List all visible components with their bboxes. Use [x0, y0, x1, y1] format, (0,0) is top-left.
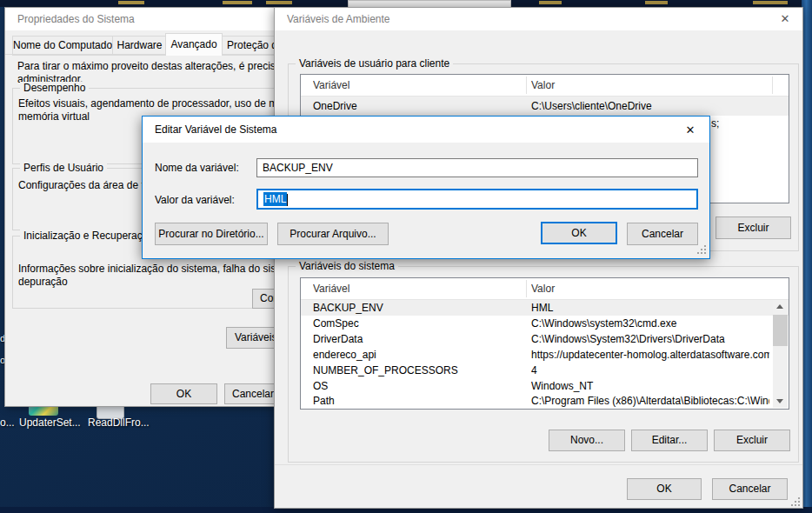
variable-value-cell[interactable]: https://updatecenter-homolog.alterdataso…	[531, 347, 769, 363]
column-header-variavel[interactable]: Variável	[313, 75, 522, 96]
selected-value-text: HML	[263, 192, 287, 206]
window-title: Variáveis de Ambiente	[287, 13, 390, 25]
column-divider[interactable]	[526, 280, 527, 297]
resize-grip[interactable]	[697, 245, 699, 247]
system-variables-table[interactable]: Variável Valor BACKUP_ENV HML ComSpec C:…	[300, 277, 789, 410]
variable-value-cell[interactable]: C:\Users\cliente\OneDrive	[531, 97, 769, 116]
background-text-smudge	[753, 1, 788, 4]
variable-name-cell[interactable]: DriverData	[313, 331, 522, 347]
table-row[interactable]: DriverData C:\Windows\System32\Drivers\D…	[301, 331, 789, 347]
scrollbar-down-button[interactable]	[773, 395, 788, 408]
variable-name-cell[interactable]: Path	[313, 394, 522, 409]
desktop-icon-label-fragment[interactable]: o...	[0, 416, 16, 429]
variable-name-cell[interactable]: ComSpec	[313, 316, 522, 331]
table-header[interactable]: Variável Valor	[301, 278, 789, 300]
tab-divider	[5, 54, 276, 55]
titlebar[interactable]: Propriedades do Sistema	[5, 8, 276, 30]
close-icon[interactable]: ✕	[680, 122, 701, 139]
ok-button[interactable]: OK	[150, 383, 217, 404]
column-divider[interactable]	[526, 77, 527, 94]
cancel-button[interactable]: Cancelar	[712, 478, 788, 500]
table-header[interactable]: Variável Valor	[301, 75, 789, 97]
desktop-icon-label-readdllfro[interactable]: ReadDllFro...	[88, 416, 156, 429]
column-divider[interactable]	[772, 77, 773, 94]
system-new-button[interactable]: Novo...	[549, 430, 625, 451]
tab-avancado[interactable]: Avançado	[165, 33, 223, 56]
window-title: Propriedades do Sistema	[17, 13, 135, 25]
startup-text-line2: depuração	[18, 276, 270, 288]
edit-system-variable-dialog: Editar Variável de Sistema ✕ Nome da var…	[142, 116, 710, 259]
variable-value-cell[interactable]: C:\Program Files (x86)\Alterdata\Bibliot…	[531, 394, 769, 409]
ok-button[interactable]: OK	[627, 478, 702, 500]
user-delete-button[interactable]: Excluir	[715, 217, 791, 239]
variable-name-label: Nome da variável:	[155, 162, 239, 174]
close-icon[interactable]: ✕	[775, 10, 795, 28]
background-text-smudge	[118, 1, 144, 4]
table-row[interactable]: NUMBER_OF_PROCESSORS 4	[301, 363, 789, 378]
variable-value-cell[interactable]: C:\Windows\System32\Drivers\DriverData	[531, 331, 769, 347]
intro-text-line1: Para tirar o máximo proveito destas alte…	[17, 60, 275, 72]
desktop-icon-label-updaterset[interactable]: UpdaterSet...	[19, 416, 85, 429]
variable-value-cell[interactable]: 4	[531, 363, 769, 378]
performance-group-title: Desempenho	[20, 82, 89, 94]
startup-text-line1: Informações sobre inicialização do siste…	[18, 263, 274, 275]
variable-name-cell[interactable]: OneDrive	[313, 97, 522, 116]
variable-name-input[interactable]: BACKUP_ENV	[256, 158, 698, 177]
column-header-variavel[interactable]: Variável	[313, 278, 522, 299]
system-variables-group-title: Variáveis do sistema	[296, 260, 398, 272]
table-row[interactable]: OS Windows_NT	[301, 378, 789, 394]
table-row[interactable]: endereco_api https://updatecenter-homolo…	[301, 347, 789, 363]
chevron-up-icon	[776, 304, 783, 309]
variable-value-cell[interactable]: C:\Windows\system32\cmd.exe	[531, 316, 769, 331]
system-delete-button[interactable]: Excluir	[714, 430, 790, 451]
scrollbar[interactable]	[773, 300, 788, 408]
variable-value-input[interactable]: HML	[256, 189, 698, 210]
tab-nome-do-computador[interactable]: Nome do Computador	[12, 36, 114, 56]
table-row[interactable]: BACKUP_ENV HML	[301, 300, 789, 316]
footer-divider	[275, 464, 802, 465]
window-title: Editar Variável de Sistema	[155, 123, 277, 136]
cancel-button[interactable]: Cancelar	[224, 383, 281, 404]
user-variables-group-title: Variáveis de usuário para cliente	[296, 57, 453, 70]
column-header-valor[interactable]: Valor	[531, 75, 757, 96]
startup-recovery-group-title: Inicialização e Recuperaçã	[20, 230, 151, 242]
variable-name-cell[interactable]: NUMBER_OF_PROCESSORS	[313, 363, 522, 378]
titlebar[interactable]: Editar Variável de Sistema ✕	[143, 117, 709, 143]
background-text-smudge	[223, 1, 252, 4]
variable-name-cell[interactable]: BACKUP_ENV	[313, 300, 522, 316]
column-header-valor[interactable]: Valor	[531, 278, 757, 299]
variable-name-cell[interactable]: OS	[313, 378, 522, 394]
text-caret	[287, 194, 288, 206]
background-text-smudge	[266, 1, 292, 4]
desktop: o... UpdaterSet... ReadDllFro... d o Pro…	[0, 0, 812, 513]
titlebar[interactable]: Variáveis de Ambiente ✕	[275, 8, 802, 30]
chevron-down-icon	[776, 399, 783, 403]
table-row[interactable]: Path C:\Program Files (x86)\Alterdata\Bi…	[301, 394, 789, 409]
table-row[interactable]: ComSpec C:\Windows\system32\cmd.exe	[301, 316, 789, 331]
variable-value-label: Valor da variável:	[155, 194, 235, 206]
background-text-smudge	[539, 1, 562, 4]
ok-button[interactable]: OK	[541, 222, 617, 244]
performance-text-line1: Efeitos visuais, agendamento de processa…	[18, 97, 274, 110]
hidden-row-value-fragment: s;	[711, 116, 719, 131]
variable-value-cell[interactable]: HML	[531, 300, 769, 316]
scrollbar-up-button[interactable]	[773, 300, 788, 313]
scrollbar-thumb[interactable]	[773, 315, 788, 346]
variable-value-cell[interactable]: Windows_NT	[531, 378, 769, 394]
tab-hardware[interactable]: Hardware	[112, 36, 167, 56]
variable-name-text: BACKUP_ENV	[263, 162, 333, 174]
user-profiles-group-title: Perfis de Usuário	[20, 162, 107, 174]
table-row[interactable]: OneDrive C:\Users\cliente\OneDrive	[301, 97, 789, 116]
browse-file-button[interactable]: Procurar Arquivo...	[277, 223, 389, 245]
resize-grip[interactable]	[791, 497, 793, 499]
system-edit-button[interactable]: Editar...	[631, 430, 708, 451]
browse-directory-button[interactable]: Procurar no Diretório...	[155, 223, 268, 245]
variable-name-cell[interactable]: endereco_api	[313, 347, 522, 363]
background-text-smudge	[645, 1, 668, 4]
cancel-button[interactable]: Cancelar	[627, 223, 698, 245]
